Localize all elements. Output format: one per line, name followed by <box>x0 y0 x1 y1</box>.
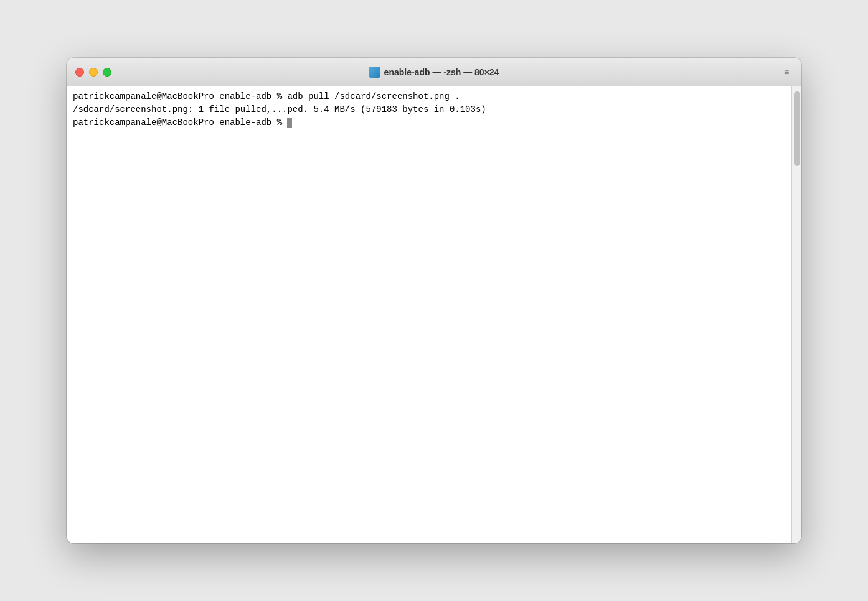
close-button[interactable] <box>75 68 84 77</box>
traffic-lights <box>75 68 111 77</box>
scrollbar-track[interactable] <box>791 86 801 543</box>
terminal-body[interactable]: patrickcampanale@MacBookPro enable-adb %… <box>67 86 801 543</box>
titlebar-right-controls: ≡ <box>784 67 794 77</box>
scroll-icon: ≡ <box>784 67 794 77</box>
scrollbar-thumb[interactable] <box>794 91 800 166</box>
titlebar: enable-adb — -zsh — 80×24 ≡ <box>67 58 801 86</box>
terminal-line-2: /sdcard/screenshot.png: 1 file pulled,..… <box>73 103 785 116</box>
titlebar-title: enable-adb — -zsh — 80×24 <box>369 67 499 78</box>
terminal-line-3: patrickcampanale@MacBookPro enable-adb % <box>73 116 785 129</box>
terminal-output[interactable]: patrickcampanale@MacBookPro enable-adb %… <box>67 86 791 543</box>
folder-icon <box>369 67 380 78</box>
maximize-button[interactable] <box>103 68 111 77</box>
terminal-cursor <box>287 118 292 128</box>
terminal-line-1: patrickcampanale@MacBookPro enable-adb %… <box>73 90 785 103</box>
minimize-button[interactable] <box>89 68 98 77</box>
terminal-window: enable-adb — -zsh — 80×24 ≡ patrickcampa… <box>67 58 801 543</box>
window-title-text: enable-adb — -zsh — 80×24 <box>384 67 499 77</box>
